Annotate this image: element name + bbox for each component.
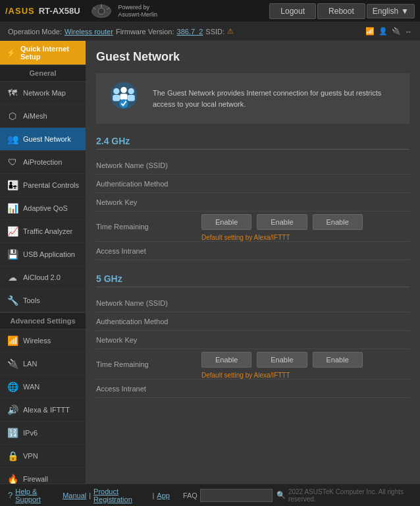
sidebar-item-network-map[interactable]: 🗺 Network Map xyxy=(0,82,86,105)
logo-area: /ASUS RT-AX58U Powered by Asuswrt-Merlin xyxy=(5,3,157,19)
aiprotection-icon: 🛡 xyxy=(7,156,18,168)
svg-point-8 xyxy=(120,87,126,93)
sidebar-item-aiprotection[interactable]: 🛡 AiProtection xyxy=(0,151,86,174)
sidebar-item-label: Network Map xyxy=(23,89,66,97)
enable-btn-24-3[interactable]: Enable xyxy=(313,214,363,230)
intranet-label-24: Access Intranet xyxy=(96,244,201,258)
router-icon xyxy=(88,3,109,19)
firmware-link[interactable]: 386.7_2 xyxy=(177,28,203,36)
product-registration-link[interactable]: Product Registration xyxy=(93,488,149,503)
sidebar-item-vpn[interactable]: 🔒 VPN xyxy=(0,445,86,468)
quick-internet-setup[interactable]: ⚡ Quick Internet Setup xyxy=(0,41,86,65)
sidebar-item-firewall[interactable]: 🔥 Firewall xyxy=(0,468,86,484)
alexa-icon: 🔊 xyxy=(7,404,18,416)
ssid-label-5: Network Name (SSID) xyxy=(96,296,201,310)
sidebar: ⚡ Quick Internet Setup General 🗺 Network… xyxy=(0,41,86,484)
key-label-24: Network Key xyxy=(96,195,201,210)
model-name: RT-AX58U xyxy=(39,6,80,16)
freq-5-title: 5 GHz xyxy=(96,273,409,287)
language-label: English xyxy=(373,7,398,16)
advanced-section-header: Advanced Settings xyxy=(0,312,86,329)
svg-rect-7 xyxy=(113,95,120,101)
wan-icon: 🌐 xyxy=(7,381,18,393)
enable-btn-24-2[interactable]: Enable xyxy=(257,214,307,230)
asus-logo: /ASUS xyxy=(5,6,35,16)
section-5ghz: 5 GHz Network Name (SSID) Authentication… xyxy=(96,273,409,398)
key-label-5: Network Key xyxy=(96,333,201,347)
app-link[interactable]: App xyxy=(157,492,170,499)
time-row-5: Time Remaining Enable Enable Enable Defa… xyxy=(96,349,409,380)
time-row-24: Time Remaining Enable Enable Enable Defa… xyxy=(96,211,409,242)
intro-box: The Guest Network provides Internet conn… xyxy=(96,73,409,124)
copyright-text: 2022 ASUSTeK Computer Inc. All rights re… xyxy=(288,488,412,503)
section-24ghz: 2.4 GHz Network Name (SSID) Authenticati… xyxy=(96,136,409,260)
aimesh-icon: ⬡ xyxy=(7,110,18,122)
time-value-5: Enable Enable Enable Default setting by … xyxy=(201,349,409,379)
content-area: Guest Network The G xyxy=(86,41,420,484)
sidebar-item-parental-controls[interactable]: 👨‍👧 Parental Controls xyxy=(0,174,86,197)
sidebar-item-label: VPN xyxy=(23,452,38,460)
svg-rect-11 xyxy=(128,95,135,101)
freq-24-title: 2.4 GHz xyxy=(96,136,409,150)
alexa-text-24: Default setting by Alexa/IFTTT xyxy=(201,234,409,241)
reboot-button[interactable]: Reboot xyxy=(317,3,365,19)
separator-pipe-1: | xyxy=(89,492,91,499)
key-row-5: Network Key xyxy=(96,331,409,349)
tools-icon: 🔧 xyxy=(7,295,18,306)
operation-mode-label: Operation Mode: xyxy=(8,28,62,36)
sidebar-item-label: AiProtection xyxy=(23,158,62,166)
sidebar-item-wireless[interactable]: 📶 Wireless xyxy=(0,329,86,352)
guest-network-icon: 👥 xyxy=(7,133,18,145)
auth-row-24: Authentication Method xyxy=(96,175,409,193)
firmware-label: Firmware Version: xyxy=(116,28,174,36)
enable-btn-24-1[interactable]: Enable xyxy=(201,214,251,230)
intro-description: The Guest Network provides Internet conn… xyxy=(153,88,400,109)
manual-link[interactable]: Manual xyxy=(63,492,86,499)
help-support-link[interactable]: Help & Support xyxy=(15,488,57,503)
sidebar-item-label: WAN xyxy=(23,383,39,391)
sidebar-item-traffic-analyzer[interactable]: 📈 Traffic Analyzer xyxy=(0,220,86,243)
enable-buttons-5: Enable Enable Enable xyxy=(201,349,409,370)
powered-by: Powered by Asuswrt-Merlin xyxy=(118,4,158,18)
ssid-row-5: Network Name (SSID) xyxy=(96,294,409,312)
parental-controls-icon: 👨‍👧 xyxy=(7,179,18,191)
sidebar-item-ipv6[interactable]: 🔢 IPv6 xyxy=(0,422,86,445)
sidebar-item-adaptive-qos[interactable]: 📊 Adaptive QoS xyxy=(0,197,86,220)
faq-search-input[interactable] xyxy=(200,489,273,502)
logout-button[interactable]: Logout xyxy=(269,3,316,19)
search-icon[interactable]: 🔍 xyxy=(276,491,286,499)
sidebar-item-usb-application[interactable]: 💾 USB Application xyxy=(0,243,86,266)
sidebar-item-alexa-ifttt[interactable]: 🔊 Alexa & IFTTT xyxy=(0,399,86,422)
sidebar-item-tools[interactable]: 🔧 Tools xyxy=(0,289,86,312)
sidebar-item-wan[interactable]: 🌐 WAN xyxy=(0,376,86,399)
enable-btn-5-1[interactable]: Enable xyxy=(201,352,251,368)
aicloud-icon: ☁ xyxy=(7,271,18,283)
sidebar-item-label: IPv6 xyxy=(23,429,38,437)
sidebar-item-label: Traffic Analyzer xyxy=(23,227,72,235)
enable-btn-5-3[interactable]: Enable xyxy=(313,352,363,368)
ipv6-icon: 🔢 xyxy=(7,427,18,439)
chevron-down-icon: ▼ xyxy=(401,7,409,16)
time-label-5: Time Remaining xyxy=(96,357,201,372)
operation-mode-link[interactable]: Wireless router xyxy=(65,28,113,36)
enable-buttons-24: Enable Enable Enable xyxy=(201,211,409,233)
settings-icon: ↔ xyxy=(405,28,412,36)
enable-btn-5-2[interactable]: Enable xyxy=(257,352,307,368)
sidebar-item-aimesh[interactable]: ⬡ AiMesh xyxy=(0,105,86,128)
sidebar-item-guest-network[interactable]: 👥 Guest Network xyxy=(0,128,86,151)
ssid-label: SSID: xyxy=(205,28,224,36)
firewall-icon: 🔥 xyxy=(7,473,18,484)
status-bar: Operation Mode: Wireless router Firmware… xyxy=(0,22,420,41)
quick-internet-icon: ⚡ xyxy=(7,49,16,57)
help-icon: ? xyxy=(8,490,13,500)
sidebar-item-label: USB Application xyxy=(23,250,75,258)
lan-icon: 🔌 xyxy=(7,358,18,370)
sidebar-item-lan[interactable]: 🔌 LAN xyxy=(0,352,86,376)
wireless-icon: 📶 xyxy=(7,335,18,347)
sidebar-item-aicloud[interactable]: ☁ AiCloud 2.0 xyxy=(0,266,86,289)
top-bar: /ASUS RT-AX58U Powered by Asuswrt-Merlin… xyxy=(0,0,420,22)
language-selector[interactable]: English ▼ xyxy=(367,4,415,18)
general-section-header: General xyxy=(0,65,86,82)
adaptive-qos-icon: 📊 xyxy=(7,202,18,214)
usb-application-icon: 💾 xyxy=(7,248,18,260)
